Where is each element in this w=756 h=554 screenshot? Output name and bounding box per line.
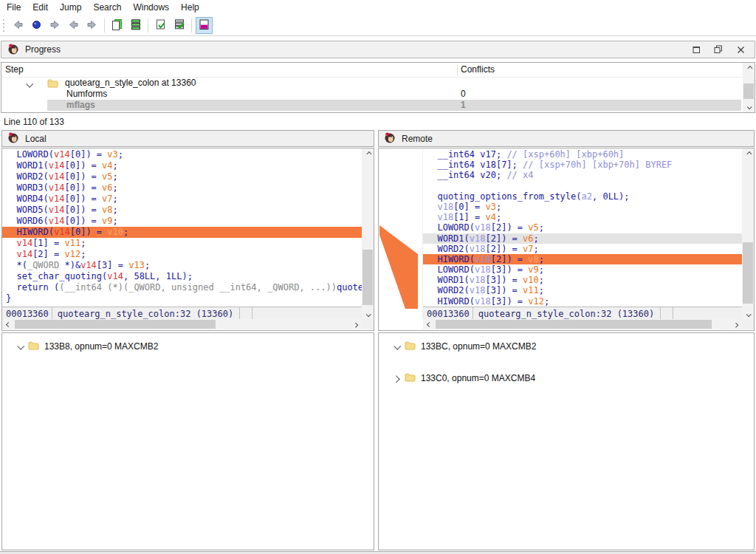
tree-item[interactable]: 133B8, opnum=0 MAXCMB2 bbox=[2, 339, 374, 354]
nav-forward-arrow-button[interactable] bbox=[47, 17, 63, 34]
menu-file[interactable]: File bbox=[1, 0, 27, 16]
code-line-orange-highlight[interactable]: HIWORD(v18[2]) = v8; bbox=[423, 254, 742, 264]
chevron-down-icon[interactable] bbox=[26, 81, 33, 88]
scroll-up-arrow[interactable] bbox=[742, 148, 754, 159]
tree-expander[interactable] bbox=[394, 373, 405, 383]
local-code-lines: LOWORD(v14[0]) = v3; WORD1(v14[0]) = v4;… bbox=[2, 149, 362, 306]
maximize-button[interactable] bbox=[691, 44, 701, 55]
ida-local-icon bbox=[7, 131, 19, 146]
next-diff-arrow-icon bbox=[86, 18, 98, 33]
code-line[interactable]: __int64 v20; // x4 bbox=[423, 170, 742, 180]
step-vertical-scrollbar[interactable] bbox=[743, 63, 755, 112]
prev-diff-arrow-button[interactable] bbox=[65, 17, 82, 34]
step-row[interactable]: quotearg_n_style_colon at 13360 bbox=[1, 78, 755, 89]
folder-icon bbox=[405, 341, 421, 352]
menu-help[interactable]: Help bbox=[175, 0, 205, 16]
tree-expander[interactable] bbox=[394, 341, 405, 352]
menu-search[interactable]: Search bbox=[87, 0, 127, 16]
merge-view-icon bbox=[198, 18, 210, 33]
column-header-conflicts[interactable]: Conflicts bbox=[461, 64, 495, 75]
scrollbar-thumb[interactable] bbox=[743, 83, 754, 99]
local-horizontal-scrollbar[interactable] bbox=[2, 319, 362, 329]
scrollbar-thumb[interactable] bbox=[15, 320, 216, 329]
restore-button[interactable] bbox=[713, 44, 724, 55]
scroll-right-arrow[interactable] bbox=[350, 319, 362, 329]
code-line-gray-highlight[interactable]: WORD1(v18[2]) = v6; bbox=[423, 233, 742, 244]
step-row-label: mflags bbox=[66, 100, 95, 111]
step-row[interactable]: mflags1 bbox=[1, 100, 755, 111]
scrollbar-thumb[interactable] bbox=[362, 250, 373, 305]
code-line[interactable]: WORD1(v14[0]) = v4; bbox=[2, 160, 362, 171]
close-button[interactable] bbox=[735, 44, 746, 55]
code-line[interactable]: WORD5(v14[0]) = v8; bbox=[2, 205, 362, 216]
scroll-left-arrow[interactable] bbox=[423, 319, 435, 329]
code-line[interactable]: WORD2(v18[3]) = v11; bbox=[423, 285, 742, 295]
bottom-strip bbox=[0, 551, 756, 554]
code-line[interactable]: HIWORD(v18[3]) = v12; bbox=[423, 296, 742, 306]
remote-vertical-scrollbar[interactable] bbox=[742, 148, 754, 320]
code-line[interactable]: LOWORD(v14[0]) = v3; bbox=[2, 149, 362, 160]
code-line[interactable]: v14[2] = v12; bbox=[2, 249, 362, 260]
database-green-icon bbox=[129, 18, 142, 33]
remote-horizontal-scrollbar[interactable] bbox=[423, 319, 742, 329]
code-line[interactable]: return ((__int64 (*)(_QWORD, unsigned __… bbox=[2, 282, 362, 293]
toolbar-grip-handle[interactable] bbox=[2, 19, 6, 33]
next-diff-arrow-button[interactable] bbox=[83, 17, 100, 34]
scroll-left-arrow[interactable] bbox=[2, 319, 14, 329]
scroll-down-arrow[interactable] bbox=[743, 102, 755, 112]
code-line[interactable]: v14[1] = v11; bbox=[2, 238, 362, 249]
step-row-label: Numforms bbox=[66, 89, 107, 100]
tree-expander[interactable] bbox=[18, 341, 28, 352]
scroll-right-arrow[interactable] bbox=[730, 319, 742, 329]
toolbar-separator bbox=[148, 18, 148, 33]
code-line[interactable]: *(_QWORD *)&v14[3] = v13; bbox=[2, 260, 362, 271]
code-line[interactable]: LOWORD(v18[3]) = v9; bbox=[423, 264, 742, 275]
scroll-up-arrow[interactable] bbox=[743, 63, 755, 73]
scroll-down-arrow[interactable] bbox=[362, 310, 374, 320]
scroll-down-arrow[interactable] bbox=[742, 310, 754, 320]
code-line-orange-highlight[interactable]: HIWORD(v14[0]) = v10; bbox=[2, 227, 362, 238]
menu-jump[interactable]: Jump bbox=[54, 0, 87, 16]
merge-view-button[interactable] bbox=[196, 17, 213, 34]
code-line[interactable]: LOWORD(v18[2]) = v5; bbox=[423, 222, 742, 233]
code-line[interactable]: WORD1(v18[3]) = v10; bbox=[423, 275, 742, 285]
code-line[interactable]: __int64 v18[7]; // [xsp+70h] [xbp+70h] B… bbox=[423, 160, 742, 170]
code-line[interactable]: v18[0] = v3; bbox=[423, 202, 742, 212]
progress-titlebar: Progress bbox=[1, 41, 755, 58]
prev-diff-arrow-icon bbox=[67, 18, 80, 33]
tree-item[interactable]: 133C0, opnum=0 MAXCMB4 bbox=[379, 371, 754, 386]
nav-back-arrow-button[interactable] bbox=[10, 17, 27, 34]
code-line[interactable]: WORD6(v14[0]) = v9; bbox=[2, 216, 362, 227]
scrollbar-corner bbox=[742, 319, 754, 329]
code-line[interactable] bbox=[423, 181, 742, 191]
column-divider[interactable] bbox=[457, 64, 458, 75]
menu-edit[interactable]: Edit bbox=[27, 0, 54, 16]
scrollbar-thumb[interactable] bbox=[743, 242, 753, 304]
code-line[interactable]: v18[1] = v4; bbox=[423, 212, 742, 222]
step-row-label: quotearg_n_style_colon at 13360 bbox=[65, 78, 196, 89]
code-line[interactable]: WORD4(v14[0]) = v7; bbox=[2, 194, 362, 205]
scrollbar-corner bbox=[362, 319, 374, 329]
column-header-step[interactable]: Step bbox=[5, 64, 24, 75]
file-check-button[interactable] bbox=[152, 17, 169, 34]
database-check-button[interactable] bbox=[171, 17, 188, 34]
chevron-right-icon[interactable] bbox=[393, 375, 400, 383]
code-line[interactable]: WORD2(v14[0]) = v5; bbox=[2, 171, 362, 182]
code-line[interactable]: } bbox=[2, 293, 362, 304]
scrollbar-thumb[interactable] bbox=[436, 320, 712, 329]
chevron-down-icon[interactable] bbox=[17, 343, 24, 350]
local-vertical-scrollbar[interactable] bbox=[362, 148, 374, 320]
code-line[interactable]: set_char_quoting(v14, 58LL, 1LL); bbox=[2, 271, 362, 282]
scroll-up-arrow[interactable] bbox=[362, 148, 374, 159]
code-line[interactable]: quoting_options_from_style(a2, 0LL); bbox=[423, 191, 742, 202]
step-row[interactable]: Numforms0 bbox=[1, 89, 755, 100]
file-green-button[interactable] bbox=[109, 17, 126, 34]
menu-windows[interactable]: Windows bbox=[127, 0, 175, 16]
nav-current-dot-button[interactable] bbox=[28, 17, 45, 34]
code-line[interactable]: __int64 v17; // [xsp+60h] [xbp+60h] bbox=[423, 149, 742, 160]
tree-item[interactable]: 133BC, opnum=0 MAXCMB2 bbox=[379, 339, 754, 354]
chevron-down-icon[interactable] bbox=[394, 343, 401, 350]
code-line[interactable]: WORD2(v18[2]) = v7; bbox=[423, 244, 742, 254]
database-green-button[interactable] bbox=[127, 17, 144, 34]
code-line[interactable]: WORD3(v14[0]) = v6; bbox=[2, 182, 362, 194]
